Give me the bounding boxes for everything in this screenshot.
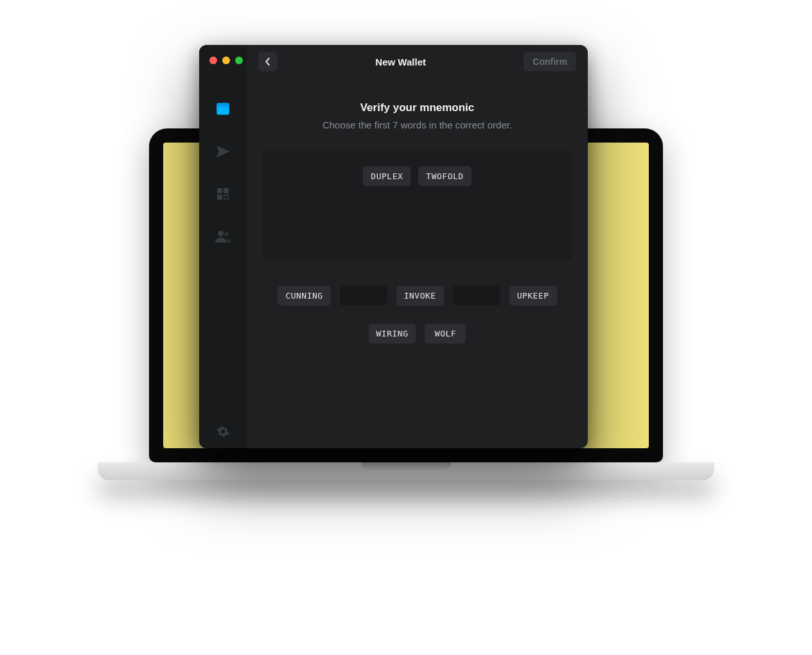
laptop-notch [361, 462, 451, 470]
svg-rect-5 [224, 195, 225, 197]
topbar: New Wallet Confirm [247, 45, 588, 78]
sidebar [199, 45, 247, 448]
pool-word[interactable]: INVOKE [396, 286, 444, 306]
svg-rect-6 [227, 195, 229, 197]
sidebar-item-contacts[interactable] [214, 227, 232, 245]
wallet-icon [215, 101, 231, 118]
svg-rect-7 [224, 198, 225, 200]
word-pool: CUNNING INVOKE UPKEEP WIRING WOLF [262, 286, 572, 344]
laptop-shadow [123, 487, 689, 516]
pool-word[interactable]: WOLF [425, 324, 466, 344]
selected-words-box: DUPLEX TWOFOLD [262, 151, 572, 260]
window-controls [199, 53, 247, 73]
laptop-base [98, 462, 714, 480]
close-window-button[interactable] [209, 57, 217, 64]
page-title: New Wallet [375, 57, 426, 67]
svg-rect-3 [224, 188, 229, 193]
main-pane: New Wallet Confirm Verify your mnemonic … [247, 45, 588, 448]
sidebar-item-receive[interactable] [214, 185, 232, 203]
svg-rect-1 [216, 103, 229, 106]
pool-word-empty[interactable] [340, 286, 387, 306]
back-button[interactable] [258, 52, 278, 71]
minimize-window-button[interactable] [222, 57, 230, 64]
qr-icon [215, 186, 231, 202]
sidebar-item-wallet[interactable] [214, 100, 232, 118]
verify-subtitle: Choose the first 7 words in the correct … [262, 119, 572, 130]
svg-rect-2 [217, 188, 222, 193]
sidebar-item-send[interactable] [214, 143, 232, 161]
svg-rect-8 [227, 198, 229, 200]
svg-point-10 [224, 232, 229, 237]
pool-word[interactable]: WIRING [369, 324, 416, 344]
sidebar-items [214, 100, 232, 430]
confirm-button[interactable]: Confirm [524, 52, 576, 71]
contacts-icon [215, 228, 231, 245]
verify-title: Verify your mnemonic [262, 101, 572, 114]
maximize-window-button[interactable] [235, 57, 243, 64]
gear-icon [216, 425, 229, 438]
pool-word[interactable]: UPKEEP [509, 286, 557, 306]
app-window: New Wallet Confirm Verify your mnemonic … [199, 45, 588, 448]
sidebar-item-settings[interactable] [214, 430, 232, 448]
pool-word[interactable]: CUNNING [278, 286, 330, 306]
verify-heading: Verify your mnemonic Choose the first 7 … [262, 101, 572, 130]
pool-word-empty[interactable] [453, 286, 500, 306]
chevron-left-icon [264, 57, 272, 66]
selected-word[interactable]: DUPLEX [363, 166, 410, 186]
selected-word[interactable]: TWOFOLD [418, 166, 471, 186]
send-icon [215, 144, 231, 159]
svg-point-9 [218, 231, 224, 236]
svg-rect-4 [217, 195, 222, 200]
